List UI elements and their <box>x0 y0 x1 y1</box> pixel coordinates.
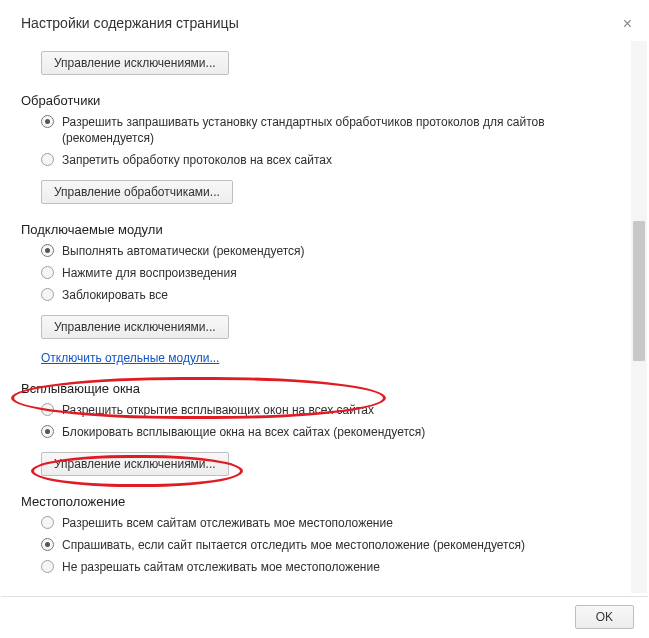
popups-block-option[interactable]: Блокировать всплывающие окна на всех сай… <box>41 424 628 440</box>
radio-icon <box>41 266 54 279</box>
option-label: Спрашивать, если сайт пытается отследить… <box>62 537 525 553</box>
section-title-popups: Всплывающие окна <box>21 381 628 396</box>
content-settings-dialog: Настройки содержания страницы × Управлен… <box>0 0 649 638</box>
dialog-content: Управление исключениями... Обработчики Р… <box>1 33 648 591</box>
radio-icon <box>41 560 54 573</box>
handlers-allow-option[interactable]: Разрешить запрашивать установку стандарт… <box>41 114 628 146</box>
disable-plugins-link[interactable]: Отключить отдельные модули... <box>41 351 219 365</box>
radio-icon <box>41 516 54 529</box>
radio-icon <box>41 288 54 301</box>
plugins-click-option[interactable]: Нажмите для воспроизведения <box>41 265 628 281</box>
location-allow-option[interactable]: Разрешить всем сайтам отслеживать мое ме… <box>41 515 628 531</box>
plugins-block-option[interactable]: Заблокировать все <box>41 287 628 303</box>
popups-manage-exceptions-button[interactable]: Управление исключениями... <box>41 452 229 476</box>
option-label: Блокировать всплывающие окна на всех сай… <box>62 424 425 440</box>
location-deny-option[interactable]: Не разрешать сайтам отслеживать мое мест… <box>41 559 628 575</box>
handlers-deny-option[interactable]: Запретить обработку протоколов на всех с… <box>41 152 628 168</box>
option-label: Разрешить запрашивать установку стандарт… <box>62 114 628 146</box>
radio-icon <box>41 115 54 128</box>
radio-icon <box>41 153 54 166</box>
manage-exceptions-top-button[interactable]: Управление исключениями... <box>41 51 229 75</box>
close-icon[interactable]: × <box>623 15 632 33</box>
option-label: Выполнять автоматически (рекомендуется) <box>62 243 305 259</box>
plugins-auto-option[interactable]: Выполнять автоматически (рекомендуется) <box>41 243 628 259</box>
option-label: Разрешить открытие всплывающих окон на в… <box>62 402 374 418</box>
dialog-footer: OK <box>1 596 648 637</box>
ok-button[interactable]: OK <box>575 605 634 629</box>
section-title-plugins: Подключаемые модули <box>21 222 628 237</box>
radio-icon <box>41 403 54 416</box>
dialog-title: Настройки содержания страницы <box>21 15 239 31</box>
radio-icon <box>41 425 54 438</box>
scrollbar[interactable] <box>631 41 647 593</box>
section-title-location: Местоположение <box>21 494 628 509</box>
popups-allow-option[interactable]: Разрешить открытие всплывающих окон на в… <box>41 402 628 418</box>
option-label: Нажмите для воспроизведения <box>62 265 237 281</box>
scrollbar-thumb[interactable] <box>633 221 645 361</box>
location-ask-option[interactable]: Спрашивать, если сайт пытается отследить… <box>41 537 628 553</box>
option-label: Не разрешать сайтам отслеживать мое мест… <box>62 559 380 575</box>
radio-icon <box>41 538 54 551</box>
plugins-manage-exceptions-button[interactable]: Управление исключениями... <box>41 315 229 339</box>
manage-handlers-button[interactable]: Управление обработчиками... <box>41 180 233 204</box>
option-label: Разрешить всем сайтам отслеживать мое ме… <box>62 515 393 531</box>
option-label: Запретить обработку протоколов на всех с… <box>62 152 332 168</box>
dialog-header: Настройки содержания страницы × <box>1 1 648 33</box>
option-label: Заблокировать все <box>62 287 168 303</box>
section-title-handlers: Обработчики <box>21 93 628 108</box>
radio-icon <box>41 244 54 257</box>
